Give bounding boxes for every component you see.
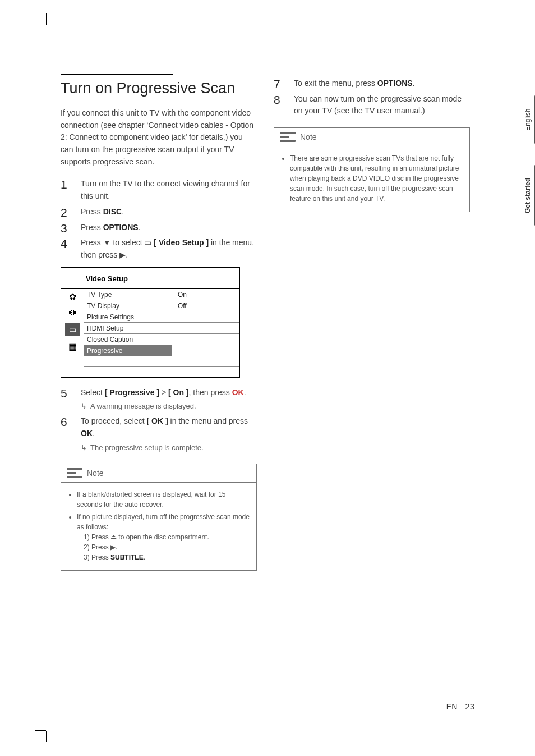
- note-text: .: [144, 553, 145, 561]
- step-3: Press OPTIONS.: [61, 222, 257, 234]
- note-bullet: If a blank/distorted screen is displayed…: [77, 489, 250, 510]
- osd-value: Off: [172, 300, 239, 311]
- note-text: 3) Press: [84, 553, 110, 561]
- menu-name: [ Progressive ]: [105, 388, 159, 397]
- step-4: Press ▼ to select ▭ [ Video Setup ] in t…: [61, 237, 257, 261]
- video-setup-icon: ▭: [65, 323, 80, 336]
- step-7: To exit the menu, press OPTIONS.: [274, 77, 470, 90]
- step-text: >: [159, 388, 168, 397]
- step-text: in the menu and press: [168, 416, 248, 425]
- page-footer: EN 23: [446, 702, 474, 711]
- step-text: Select: [81, 388, 105, 397]
- osd-item: TV Display: [84, 300, 172, 311]
- step-text: Turn on the TV to the correct viewing ch…: [81, 179, 250, 200]
- note-sub: 2) Press ▶.: [77, 542, 250, 552]
- note-bullet: If no picture displayed, turn off the pr…: [77, 512, 250, 562]
- note-icon: [280, 131, 296, 143]
- button-label: OPTIONS: [103, 223, 139, 232]
- step-text: , then press: [189, 388, 232, 397]
- step-2: Press DISC.: [61, 206, 257, 218]
- osd-item-selected: Progressive: [84, 345, 172, 356]
- button-label: OK: [81, 429, 93, 438]
- result-arrow-icon: ↳: [81, 401, 87, 412]
- osd-value: On: [172, 289, 239, 300]
- button-label: SUBTITLE: [110, 553, 144, 561]
- osd-icon-column: ✿ 🕪 ▭ ▦: [61, 289, 84, 377]
- step-text: Press: [81, 223, 103, 232]
- note-sub: 3) Press SUBTITLE.: [77, 552, 250, 562]
- side-tab-section: Get started: [524, 165, 532, 226]
- result-arrow-icon: ↳: [81, 442, 87, 453]
- step-text: Press ▼ to select: [81, 238, 144, 247]
- preference-setup-icon: ▦: [68, 341, 77, 352]
- menu-name: [ Video Setup ]: [154, 238, 209, 247]
- step-text: To proceed, select: [81, 416, 147, 425]
- crop-mark: [46, 13, 47, 25]
- step-text: .: [413, 79, 415, 88]
- step-5: Select [ Progressive ] > [ On ], then pr…: [61, 387, 257, 413]
- side-tab-section-label: Get started: [524, 177, 532, 213]
- note-box: Note There are some progressive scan TVs…: [274, 127, 470, 212]
- step-text: .: [244, 388, 246, 397]
- note-sub: 1) Press ⏏ to open the disc compartment.: [77, 532, 250, 542]
- note-text: If no picture displayed, turn off the pr…: [77, 513, 250, 531]
- step-text: .: [139, 223, 141, 232]
- step-text: You can now turn on the progressive scan…: [294, 94, 462, 116]
- osd-item: HDMI Setup: [84, 323, 172, 333]
- step-6: To proceed, select [ OK ] in the menu an…: [61, 415, 257, 453]
- note-box: Note If a blank/distorted screen is disp…: [61, 464, 257, 571]
- display-icon: ▭: [144, 238, 151, 247]
- step-text: Press: [81, 207, 103, 216]
- step-text: .: [122, 207, 124, 216]
- step-8: You can now turn on the progressive scan…: [274, 93, 470, 117]
- step-sub: The progressive setup is complete.: [90, 442, 204, 453]
- step-sub: A warning message is displayed.: [90, 401, 196, 412]
- menu-name: [ On ]: [168, 388, 189, 397]
- audio-setup-icon: 🕪: [68, 308, 77, 318]
- side-tab-language: English: [524, 95, 532, 144]
- note-title: Note: [87, 469, 104, 478]
- osd-title: Video Setup: [61, 268, 239, 289]
- note-icon: [67, 468, 82, 479]
- page-title: Turn on Progressive Scan: [61, 80, 257, 97]
- osd-screenshot: Video Setup ✿ 🕪 ▭ ▦ TV TypeOn TV Display…: [61, 267, 240, 378]
- footer-page-number: 23: [465, 702, 474, 711]
- ok-label: OK: [232, 388, 244, 397]
- step-text: .: [93, 429, 95, 438]
- intro-paragraph: If you connect this unit to TV with the …: [61, 107, 257, 168]
- crop-mark: [35, 25, 46, 25]
- footer-lang: EN: [446, 702, 457, 711]
- step-1: Turn on the TV to the correct viewing ch…: [61, 178, 257, 202]
- osd-menu: TV TypeOn TV DisplayOff Picture Settings…: [84, 289, 239, 377]
- side-tab-language-label: English: [524, 108, 532, 130]
- note-bullet: There are some progressive scan TVs that…: [290, 153, 463, 204]
- crop-mark: [46, 731, 47, 742]
- step-text: To exit the menu, press: [294, 79, 377, 88]
- note-title: Note: [300, 132, 317, 141]
- osd-item: Closed Caption: [84, 334, 172, 345]
- heading-rule: [61, 74, 173, 75]
- button-label: OPTIONS: [377, 79, 413, 88]
- osd-item: TV Type: [84, 289, 172, 300]
- crop-mark: [35, 730, 46, 731]
- general-setup-icon: ✿: [69, 291, 76, 302]
- osd-item: Picture Settings: [84, 311, 172, 322]
- menu-name: [ OK ]: [147, 416, 168, 425]
- button-label: DISC: [103, 207, 122, 216]
